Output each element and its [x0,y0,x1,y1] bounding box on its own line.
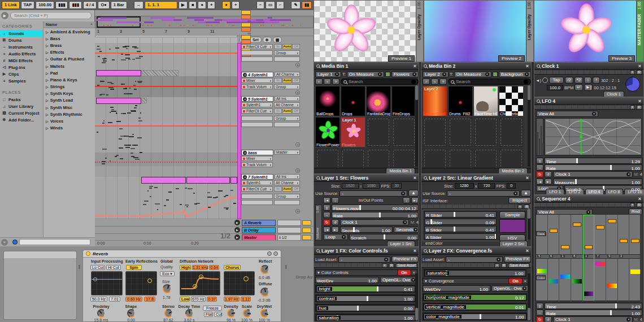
automation-line[interactable] [95,125,237,127]
bin-search-field[interactable]: Search [448,79,531,85]
units-menu[interactable]: Seconds▾ [394,227,419,233]
panel-tab[interactable]: Clock 1 [603,91,624,97]
monitor-switch[interactable]: InAutoOff [274,186,300,192]
color-step-bar[interactable] [537,269,547,273]
time-slider[interactable]: Time1.29 [545,158,642,164]
receive-button[interactable]: R [389,263,395,268]
time-slider[interactable]: Time2.43 [545,303,642,309]
media-cell-FlowerPower[interactable]: FlowerPower [315,117,340,147]
tap-button[interactable]: TAP [21,1,34,9]
groove-amount-menu[interactable]: O● [98,1,109,9]
lfo-tab[interactable]: LFO 4 [585,189,604,194]
device-knob[interactable]: Predelay 15.8 ms [89,304,114,322]
media-cell-Checkerboar[interactable]: Checkerboar [499,86,524,116]
browser-folder-row[interactable]: ▷Ambient & Evolving [43,28,95,35]
tempo-up-button[interactable]: ↑ [593,77,600,84]
track-activator[interactable] [302,220,311,225]
add-automation-lane-button[interactable]: ⊕ [295,63,300,67]
freeze-button[interactable]: Freeze [203,306,222,311]
lowcut-freq-value[interactable]: 50.0 Hz [90,297,107,302]
sidebar-category-item[interactable]: ♪Sounds [0,30,43,37]
chorus-amount-value[interactable]: 1.12 [241,297,251,302]
fold-icon[interactable]: ▶ [234,227,240,233]
fx-param[interactable]: saturation1.00 [424,269,526,277]
preview-tab[interactable]: Preview 1 [388,55,415,62]
rate-slider[interactable]: Rate1.00 [545,310,642,316]
monitor-switch[interactable]: InAutoOff [274,108,300,114]
page-prev-button[interactable]: < [315,79,323,85]
color-step-bar[interactable] [595,262,605,266]
empty-media-cell[interactable] [448,117,473,147]
hi-cut-button[interactable]: Hi Cut [106,265,121,270]
pause-button[interactable]: || [536,158,543,164]
rgba-slider[interactable]: G Slider0.09 [424,219,497,225]
lo-cut-button[interactable]: Lo Cut [90,265,105,270]
high-shelf-button[interactable]: High [180,265,191,270]
width-field[interactable]: 1280 [455,183,474,189]
sidebar-place-item[interactable]: ▤Current Project [0,110,43,116]
header-chooser[interactable]: All Channe▾ [274,102,300,107]
media-cell-FantasiaDrop[interactable]: FantasiaDrop [366,86,391,116]
data-step-bar[interactable] [561,245,569,249]
quality-chooser[interactable]: Eco ▾ [160,271,175,276]
fx-param[interactable]: vertical_magnitude0.01 [423,303,527,311]
tempo-field[interactable]: 100.00 [36,1,54,9]
save-asset-button[interactable]: Save Asset [395,263,417,268]
add-automation-lane-button[interactable]: ⊕ [295,209,300,214]
pencil-icon[interactable]: ✎ [291,1,300,9]
automation-line[interactable] [95,53,237,54]
receive-button[interactable]: R [636,70,642,75]
browser-folder-row[interactable]: ▷Guitar & Plucked [43,56,95,63]
jump-button[interactable]: ►| [584,84,593,91]
spin-display[interactable] [125,271,157,295]
jump-end-button[interactable]: ►| [332,227,339,233]
device-knob[interactable]: Dry/Wet 100 % [252,304,277,322]
color-step-bar[interactable] [572,279,582,284]
source-menu[interactable]: -▾ [447,190,520,197]
browser-folder-row[interactable]: ▷Pad [43,69,95,76]
eject-button[interactable]: ▲ [521,190,531,197]
header-chooser[interactable]: All Channe▾ [275,72,300,77]
empty-media-cell[interactable] [499,117,524,147]
media-cell-FaceTime HD[interactable]: FaceTime HD [473,86,498,116]
close-icon[interactable]: × [526,248,529,254]
keymap-icon[interactable]: ▮▮ [302,1,312,9]
set-out-button[interactable]: ↓ [403,197,410,203]
help-button[interactable]: ? [332,79,340,85]
preview-tab[interactable]: Preview 3 [608,55,635,62]
add-button[interactable]: + [630,105,636,110]
fx-close-icon[interactable]: × [524,279,526,284]
sidebar-category-item[interactable]: ~Instruments [0,43,43,50]
close-icon[interactable]: × [638,196,641,202]
panel-resize-handle[interactable]: |||||| [285,266,288,288]
lfo-tab[interactable]: LFO 1 [546,189,564,194]
in-point-button[interactable]: |◄ [323,197,330,203]
track-activator[interactable] [302,235,311,240]
sidebar-place-item[interactable]: ♫User Library [0,103,43,110]
jump-start-button[interactable]: |◄ [536,179,543,185]
chorus-rate-value[interactable]: 1.97 Hz [224,297,240,302]
sidebar-category-item[interactable]: #MIDI Effects [0,57,43,64]
resync-button[interactable]: ↵ [575,84,583,91]
lfo-tab[interactable]: LFO 8 [605,189,624,194]
inspect-button[interactable]: Inspect [508,197,531,204]
pause-button[interactable]: || [323,204,330,211]
overdub-button[interactable]: + [207,1,215,9]
filter-field[interactable] [19,239,90,245]
preview-icon[interactable] [12,240,18,245]
fx-param[interactable]: hue0.00 [315,304,416,312]
track-fold-icon[interactable]: ▾ [243,175,247,179]
fx-param[interactable]: contrast1.00 [315,294,416,302]
data-step-bar[interactable] [573,223,581,227]
metronome-icon[interactable] [542,77,548,83]
track-activator[interactable] [241,23,251,27]
color-swatch[interactable] [499,219,525,233]
header-chooser[interactable]: FilterCtl Cutr▾ [241,44,273,49]
return-track-name[interactable]: B Delay [242,227,276,233]
retrigger-button[interactable]: ↺ [332,219,339,225]
page-next-button[interactable]: > [324,79,331,85]
eject-button[interactable]: ▲ [408,190,419,197]
midi-clip[interactable] [96,70,141,76]
collapse-icon[interactable]: ▾ [425,279,427,284]
header-chooser[interactable]: Group▾ [274,194,300,199]
